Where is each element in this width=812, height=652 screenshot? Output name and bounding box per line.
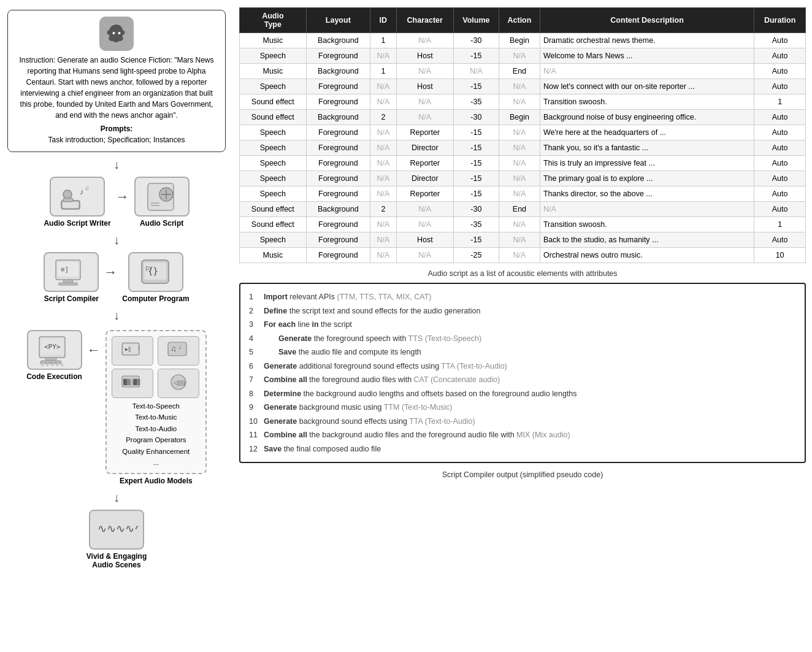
- table-cell: Foreground: [306, 186, 370, 202]
- pseudo-line: 5Save the audio file and compute its len…: [249, 345, 796, 359]
- table-row: Sound effectForegroundN/AN/A-35N/ATransi…: [240, 94, 806, 110]
- table-cell: Transition swoosh.: [540, 94, 754, 110]
- table-cell: -30: [453, 202, 499, 217]
- table-cell: Speech: [240, 140, 307, 156]
- table-cell: -25: [453, 248, 499, 263]
- table-cell: Foreground: [306, 140, 370, 156]
- table-cell: N/A: [370, 217, 396, 232]
- computer-program-box: {} py Computer Program: [122, 252, 189, 303]
- table-cell: -15: [453, 156, 499, 171]
- table-cell: N/A: [499, 232, 540, 248]
- table-cell: Background: [306, 110, 370, 125]
- pseudo-line: 9Generate background music using TTM (Te…: [249, 401, 796, 415]
- table-cell: This is truly an impressive feat ...: [540, 156, 754, 171]
- arrow-down-2: ↓: [7, 234, 226, 246]
- table-cell: Speech: [240, 125, 307, 140]
- table-row: SpeechForegroundN/AHost-15N/ABack to the…: [240, 232, 806, 248]
- script-compiler-box: ≡] Script Compiler: [44, 252, 99, 303]
- table-cell: N/A: [499, 248, 540, 263]
- pseudo-line: 7Combine all the foreground audio files …: [249, 373, 796, 387]
- col-header-volume: Volume: [453, 8, 499, 33]
- bottom-row: <PY> ∿∿∿∿∿ Code Execution ← ▶‖: [7, 330, 226, 485]
- svg-text:∿∿∿∿∿: ∿∿∿∿∿: [98, 523, 138, 535]
- line-number: 11: [249, 428, 260, 442]
- table-cell: -15: [453, 48, 499, 64]
- table-cell: Speech: [240, 232, 307, 248]
- table-cell: Foreground: [306, 94, 370, 110]
- table-row: SpeechForegroundN/AHost-15N/AWelcome to …: [240, 48, 806, 64]
- table-cell: Sound effect: [240, 110, 307, 125]
- svg-point-4: [63, 190, 72, 199]
- code-execution-icon: <PY> ∿∿∿∿∿: [27, 330, 82, 370]
- svg-text:◁)))): ◁)))): [174, 380, 185, 386]
- table-cell: -15: [453, 79, 499, 94]
- arrow-down-3: ↓: [7, 309, 226, 321]
- flow-row-2: ≡] Script Compiler → {} py Computer Prog…: [7, 252, 226, 303]
- audio-script-label: Audio Script: [140, 219, 183, 228]
- table-cell: Sound effect: [240, 202, 307, 217]
- table-cell: N/A: [499, 171, 540, 186]
- code-execution-box: <PY> ∿∿∿∿∿ Code Execution: [26, 330, 82, 381]
- table-cell: 1: [370, 33, 396, 48]
- table-cell: Begin: [499, 33, 540, 48]
- table-cell: The primary goal is to explore ...: [540, 171, 754, 186]
- table-row: MusicBackground1N/AN/AEndN/AAuto: [240, 64, 806, 79]
- line-number: 12: [249, 442, 260, 456]
- table-cell: Background noise of busy engineering off…: [540, 110, 754, 125]
- table-row: Sound effectForegroundN/AN/A-35N/ATransi…: [240, 217, 806, 232]
- arrow-left-expert: ←: [87, 342, 101, 358]
- svg-text:▓▒░▓▒: ▓▒░▓▒: [123, 378, 140, 386]
- pseudo-code-box: 1Import relevant APIs (TTM, TTS, TTA, MI…: [239, 283, 806, 463]
- instruction-box: Instruction: Generate an audio Science F…: [7, 10, 226, 152]
- table-cell: Director: [396, 171, 453, 186]
- table-cell: Now let's connect with our on-site repor…: [540, 79, 754, 94]
- table-cell: N/A: [370, 48, 396, 64]
- table-cell: End: [499, 64, 540, 79]
- expert-list: Text-to-Speech Text-to-Music Text-to-Aud…: [112, 401, 201, 468]
- line-content: Save the final composed audio file: [264, 442, 381, 456]
- vivid-row: ∿∿∿∿∿ Vivid & Engaging Audio Scenes: [7, 510, 226, 569]
- mix-icon: ◁)))): [158, 369, 199, 398]
- line-content: Determine the background audio lengths a…: [264, 387, 577, 401]
- table-cell: Host: [396, 48, 453, 64]
- svg-text:▶‖: ▶‖: [125, 347, 131, 352]
- table-cell: N/A: [396, 110, 453, 125]
- right-panel: AudioType Layout ID Character Volume Act…: [233, 0, 812, 652]
- line-content: Combine all the background audio files a…: [264, 428, 570, 442]
- vivid-icon: ∿∿∿∿∿: [89, 510, 144, 550]
- table-cell: Back to the studio, as humanity ...: [540, 232, 754, 248]
- pseudo-line: 2Define the script text and sound effect…: [249, 304, 796, 318]
- audio-table: AudioType Layout ID Character Volume Act…: [239, 7, 806, 263]
- svg-text:♫: ♫: [85, 185, 90, 191]
- line-number: 10: [249, 415, 260, 429]
- table-cell: Auto: [754, 140, 806, 156]
- svg-point-0: [113, 32, 115, 34]
- table-cell: N/A: [396, 248, 453, 263]
- table-cell: Foreground: [306, 217, 370, 232]
- table-cell: N/A: [370, 140, 396, 156]
- table-cell: Background: [306, 202, 370, 217]
- svg-rect-17: [63, 280, 73, 283]
- table-cell: We're here at the headquarters of ...: [540, 125, 754, 140]
- script-compiler-label: Script Compiler: [44, 294, 99, 303]
- table-cell: -30: [453, 110, 499, 125]
- line-number: 8: [249, 387, 260, 401]
- table-row: SpeechForegroundN/AReporter-15N/AThanks …: [240, 186, 806, 202]
- table-cell: Thank you, so it's a fantastic ...: [540, 140, 754, 156]
- table-cell: N/A: [499, 79, 540, 94]
- table-cell: Foreground: [306, 156, 370, 171]
- line-content: Import relevant APIs (TTM, TTS, TTA, MIX…: [264, 290, 431, 304]
- line-number: 3: [249, 318, 260, 332]
- table-cell: 2: [370, 110, 396, 125]
- table-cell: Auto: [754, 64, 806, 79]
- table-cell: Thanks director, so the above ...: [540, 186, 754, 202]
- col-header-audio-type: AudioType: [240, 8, 307, 33]
- table-cell: 10: [754, 248, 806, 263]
- tta-icon: ▓▒░▓▒: [112, 369, 153, 398]
- table-cell: N/A: [370, 248, 396, 263]
- table-cell: Auto: [754, 48, 806, 64]
- table-cell: Foreground: [306, 79, 370, 94]
- instruction-text: Instruction: Generate an audio Science F…: [15, 55, 218, 121]
- table-cell: 2: [370, 202, 396, 217]
- table-cell: -15: [453, 186, 499, 202]
